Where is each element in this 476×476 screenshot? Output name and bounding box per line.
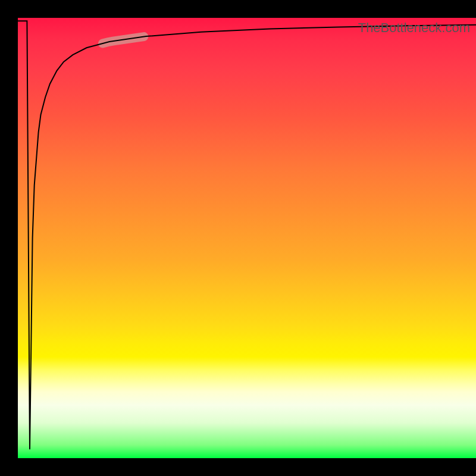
plot-area: TheBottleneck.com <box>18 18 476 458</box>
chart-container: TheBottleneck.com <box>0 0 476 476</box>
bottleneck-curve <box>18 21 476 449</box>
watermark-text: TheBottleneck.com <box>358 20 470 36</box>
curve-svg <box>18 18 476 458</box>
